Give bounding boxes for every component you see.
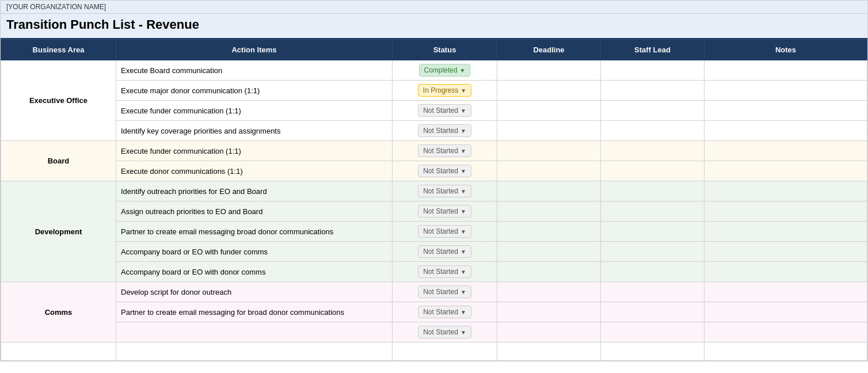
table-row: Execute major donor communication (1:1)I…: [1, 81, 867, 101]
notes-cell: [705, 81, 867, 101]
empty-cell: [497, 342, 601, 361]
deadline-cell: [497, 302, 601, 322]
status-label: Not Started: [423, 207, 458, 215]
table-row: Executive OfficeExecute Board communicat…: [1, 60, 867, 81]
notes-cell: [705, 101, 867, 121]
action-item-cell: Execute funder communication (1:1): [116, 141, 393, 161]
status-cell: Not Started▼: [393, 141, 497, 161]
status-badge[interactable]: Not Started▼: [418, 286, 471, 298]
dropdown-arrow-icon: ▼: [460, 208, 466, 215]
status-label: Not Started: [423, 308, 458, 316]
status-badge[interactable]: Not Started▼: [418, 144, 471, 157]
status-badge[interactable]: Not Started▼: [418, 165, 471, 177]
status-cell: Not Started▼: [393, 242, 497, 262]
col-header-action-items: Action Items: [116, 40, 393, 60]
action-item-cell: Accompany board or EO with funder comms: [116, 242, 393, 262]
deadline-cell: [497, 81, 601, 101]
deadline-cell: [497, 222, 601, 242]
notes-cell: [705, 60, 867, 81]
deadline-cell: [497, 262, 601, 282]
deadline-cell: [497, 141, 601, 161]
table-row: Identify key coverage priorities and ass…: [1, 121, 867, 141]
action-item-cell: Partner to create email messaging for br…: [116, 302, 393, 322]
deadline-cell: [497, 161, 601, 181]
dropdown-arrow-icon: ▼: [460, 229, 466, 235]
deadline-cell: [497, 201, 601, 222]
status-badge[interactable]: Not Started▼: [418, 185, 471, 197]
status-cell: Not Started▼: [393, 121, 497, 141]
status-label: Not Started: [423, 227, 458, 235]
deadline-cell: [497, 60, 601, 81]
deadline-cell: [497, 121, 601, 141]
notes-cell: [705, 242, 867, 262]
action-item-cell: Identify key coverage priorities and ass…: [116, 121, 393, 141]
notes-cell: [705, 282, 867, 302]
dropdown-arrow-icon: ▼: [460, 128, 466, 134]
table-row: BoardExecute funder communication (1:1)N…: [1, 141, 867, 161]
dropdown-arrow-icon: ▼: [460, 108, 466, 114]
table-row: DevelopmentIdentify outreach priorities …: [1, 181, 867, 201]
status-badge[interactable]: Not Started▼: [418, 124, 471, 137]
table-row: CommsDevelop script for donor outreachNo…: [1, 282, 867, 302]
status-cell: Not Started▼: [393, 302, 497, 322]
status-badge[interactable]: Not Started▼: [418, 306, 471, 318]
notes-cell: [705, 161, 867, 181]
notes-cell: [705, 302, 867, 322]
status-label: Not Started: [423, 167, 458, 175]
dropdown-arrow-icon: ▼: [460, 269, 466, 275]
staff-lead-cell: [601, 60, 705, 81]
business-area-executive-office: Executive Office: [1, 60, 116, 141]
table-header-row: Business Area Action Items Status Deadli…: [1, 40, 867, 60]
table-row: Accompany board or EO with funder commsN…: [1, 242, 867, 262]
title-bar: Transition Punch List - Revenue: [1, 14, 867, 39]
status-badge[interactable]: Not Started▼: [418, 104, 471, 117]
status-cell: Not Started▼: [393, 322, 497, 342]
status-badge[interactable]: Completed▼: [419, 64, 471, 77]
empty-cell: [393, 342, 497, 361]
dropdown-arrow-icon: ▼: [460, 289, 466, 295]
staff-lead-cell: [601, 222, 705, 242]
dropdown-arrow-icon: ▼: [460, 188, 466, 195]
status-badge[interactable]: Not Started▼: [418, 225, 471, 238]
staff-lead-cell: [601, 81, 705, 101]
status-label: Not Started: [423, 268, 458, 276]
staff-lead-cell: [601, 141, 705, 161]
action-item-cell: Execute donor communications (1:1): [116, 161, 393, 181]
empty-cell: [1, 342, 116, 361]
status-label: Not Started: [423, 147, 458, 155]
action-item-cell: Execute Board communication: [116, 60, 393, 81]
status-badge[interactable]: Not Started▼: [418, 326, 471, 338]
status-badge[interactable]: Not Started▼: [418, 265, 471, 278]
action-item-cell: Identify outreach priorities for EO and …: [116, 181, 393, 201]
dropdown-arrow-icon: ▼: [460, 249, 466, 255]
deadline-cell: [497, 282, 601, 302]
staff-lead-cell: [601, 262, 705, 282]
staff-lead-cell: [601, 322, 705, 342]
staff-lead-cell: [601, 242, 705, 262]
status-cell: Not Started▼: [393, 181, 497, 201]
table-row: Execute funder communication (1:1)Not St…: [1, 101, 867, 121]
status-badge[interactable]: Not Started▼: [418, 205, 471, 218]
table-row: Assign outreach priorities to EO and Boa…: [1, 201, 867, 222]
business-area-development: Development: [1, 181, 116, 282]
staff-lead-cell: [601, 302, 705, 322]
status-cell: Not Started▼: [393, 161, 497, 181]
staff-lead-cell: [601, 161, 705, 181]
notes-cell: [705, 322, 867, 342]
status-label: Not Started: [423, 106, 458, 115]
col-header-notes: Notes: [705, 40, 867, 60]
staff-lead-cell: [601, 282, 705, 302]
status-label: Not Started: [423, 127, 458, 135]
col-header-staff-lead: Staff Lead: [601, 40, 705, 60]
action-item-cell: Execute major donor communication (1:1): [116, 81, 393, 101]
action-item-cell: Partner to create email messaging broad …: [116, 222, 393, 242]
main-table: Business Area Action Items Status Deadli…: [1, 39, 867, 361]
status-badge[interactable]: In Progress▼: [418, 84, 471, 97]
status-cell: Not Started▼: [393, 282, 497, 302]
status-badge[interactable]: Not Started▼: [418, 245, 471, 258]
deadline-cell: [497, 181, 601, 201]
table-row: Partner to create email messaging broad …: [1, 222, 867, 242]
staff-lead-cell: [601, 201, 705, 222]
col-header-status: Status: [393, 40, 497, 60]
status-label: Not Started: [423, 328, 458, 336]
